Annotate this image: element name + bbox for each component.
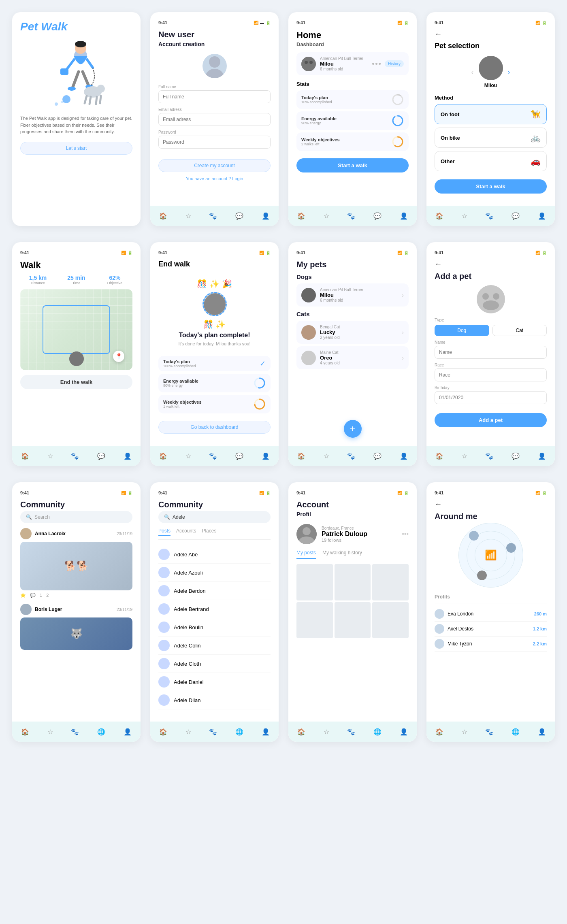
result-2[interactable]: Adele Berdon bbox=[158, 582, 271, 600]
nav-chat-icon[interactable]: 💬 bbox=[512, 212, 520, 220]
result-1[interactable]: Adele Azouli bbox=[158, 564, 271, 582]
nav-chat-icon[interactable]: 💬 bbox=[373, 212, 382, 220]
nav-community-icon[interactable]: 🌐 bbox=[235, 728, 243, 736]
pet-birthday-input[interactable] bbox=[435, 391, 547, 404]
result-0[interactable]: Adele Abe bbox=[158, 545, 271, 564]
nav-paw-icon[interactable]: 🐾 bbox=[209, 212, 217, 220]
nav-chat-icon[interactable]: 💬 bbox=[97, 452, 105, 460]
star-icon[interactable]: ⭐ bbox=[20, 593, 26, 598]
back-arrow-icon[interactable]: ← bbox=[435, 260, 547, 268]
nav-paw-icon[interactable]: 🐾 bbox=[347, 728, 355, 736]
create-account-button[interactable]: Create my account bbox=[158, 159, 271, 172]
nav-star-icon[interactable]: ☆ bbox=[47, 728, 53, 736]
nav-paw-icon[interactable]: 🐾 bbox=[209, 728, 217, 736]
nav-paw-icon[interactable]: 🐾 bbox=[485, 728, 493, 736]
go-back-dashboard-button[interactable]: Go back to dashboard bbox=[158, 421, 271, 434]
nav-user-icon[interactable]: 👤 bbox=[538, 452, 546, 460]
search-value[interactable]: Adele bbox=[173, 514, 185, 520]
nav-paw-icon[interactable]: 🐾 bbox=[485, 452, 493, 460]
nav-home-icon[interactable]: 🏠 bbox=[297, 212, 305, 220]
nav-paw-icon[interactable]: 🐾 bbox=[347, 452, 355, 460]
nav-paw-icon[interactable]: 🐾 bbox=[71, 452, 79, 460]
nav-chat-icon[interactable]: 💬 bbox=[373, 452, 382, 460]
next-pet-button[interactable]: › bbox=[508, 68, 510, 77]
tab-walking-history[interactable]: My walking history bbox=[322, 550, 362, 559]
nav-star-icon[interactable]: ☆ bbox=[462, 452, 467, 460]
nav-chat-icon[interactable]: 💬 bbox=[235, 452, 243, 460]
nav-user-icon[interactable]: 👤 bbox=[400, 212, 408, 220]
nav-home-icon[interactable]: 🏠 bbox=[435, 728, 443, 736]
nav-chat-icon[interactable]: 💬 bbox=[512, 452, 520, 460]
method-on-bike[interactable]: On bike 🚲 bbox=[435, 128, 547, 148]
tab-my-posts[interactable]: My posts bbox=[296, 550, 316, 559]
email-input[interactable] bbox=[158, 113, 271, 126]
result-6[interactable]: Adele Cloth bbox=[158, 655, 271, 673]
add-pet-submit-button[interactable]: Add a pet bbox=[435, 413, 547, 427]
nav-chat-icon[interactable]: 💬 bbox=[235, 212, 243, 220]
start-walk-button[interactable]: Start a walk bbox=[435, 179, 547, 194]
nav-star-icon[interactable]: ☆ bbox=[462, 728, 467, 736]
pet-menu[interactable] bbox=[372, 63, 381, 65]
cat-oreo-item[interactable]: Maine Cat Oreo 4 years old › bbox=[296, 346, 409, 369]
dog-milou-item[interactable]: American Pit Bull Terrier Milou 6 months… bbox=[296, 283, 409, 307]
search-bar-filled[interactable]: 🔍 Adele bbox=[158, 511, 271, 523]
nav-home-icon[interactable]: 🏠 bbox=[297, 728, 305, 736]
prev-pet-button[interactable]: ‹ bbox=[471, 68, 474, 77]
back-arrow-icon[interactable]: ← bbox=[435, 500, 547, 509]
result-4[interactable]: Adele Boulin bbox=[158, 618, 271, 637]
nav-user-icon[interactable]: 👤 bbox=[538, 212, 546, 220]
result-8[interactable]: Adele Dilan bbox=[158, 691, 271, 709]
profile-menu-icon[interactable]: ••• bbox=[402, 530, 409, 538]
login-link[interactable]: Login bbox=[232, 176, 243, 181]
full-name-input[interactable] bbox=[158, 90, 271, 103]
nav-paw-icon[interactable]: 🐾 bbox=[485, 212, 493, 220]
back-arrow-icon[interactable]: ← bbox=[435, 30, 547, 38]
nav-paw-icon[interactable]: 🐾 bbox=[347, 212, 355, 220]
pet-race-input[interactable] bbox=[435, 368, 547, 381]
result-3[interactable]: Adele Bertrand bbox=[158, 600, 271, 618]
add-pet-fab-button[interactable]: + bbox=[344, 420, 362, 438]
cat-toggle-button[interactable]: Cat bbox=[492, 325, 547, 336]
dog-toggle-button[interactable]: Dog bbox=[435, 325, 489, 336]
nav-star-icon[interactable]: ☆ bbox=[324, 452, 329, 460]
result-7[interactable]: Adele Daniel bbox=[158, 673, 271, 691]
comment-icon[interactable]: 💬 bbox=[30, 593, 36, 598]
nav-user-icon[interactable]: 👤 bbox=[538, 728, 546, 736]
nav-community-icon[interactable]: 🌐 bbox=[512, 728, 520, 736]
pet-tag[interactable]: History bbox=[385, 60, 404, 67]
nav-star-icon[interactable]: ☆ bbox=[462, 212, 467, 220]
nav-community-icon[interactable]: 🌐 bbox=[97, 728, 105, 736]
nav-paw-icon[interactable]: 🐾 bbox=[71, 728, 79, 736]
nav-home-icon[interactable]: 🏠 bbox=[297, 452, 305, 460]
nav-home-icon[interactable]: 🏠 bbox=[159, 728, 167, 736]
nav-home-icon[interactable]: 🏠 bbox=[21, 728, 29, 736]
end-walk-button[interactable]: End the walk bbox=[20, 375, 132, 389]
nav-home-icon[interactable]: 🏠 bbox=[159, 452, 167, 460]
nav-user-icon[interactable]: 👤 bbox=[400, 728, 408, 736]
nav-star-icon[interactable]: ☆ bbox=[185, 212, 191, 220]
nav-home-icon[interactable]: 🏠 bbox=[435, 212, 443, 220]
method-other[interactable]: Other 🚗 bbox=[435, 151, 547, 171]
nav-user-icon[interactable]: 👤 bbox=[124, 728, 132, 736]
nav-user-icon[interactable]: 👤 bbox=[400, 452, 408, 460]
nav-user-icon[interactable]: 👤 bbox=[262, 212, 270, 220]
lets-start-button[interactable]: Let's start bbox=[20, 142, 132, 155]
nav-user-icon[interactable]: 👤 bbox=[124, 452, 132, 460]
nav-paw-icon[interactable]: 🐾 bbox=[209, 452, 217, 460]
nav-user-icon[interactable]: 👤 bbox=[262, 452, 270, 460]
nav-home-icon[interactable]: 🏠 bbox=[159, 212, 167, 220]
nav-star-icon[interactable]: ☆ bbox=[324, 212, 329, 220]
method-on-foot[interactable]: On foot 🦮 bbox=[435, 104, 547, 124]
tab-posts[interactable]: Posts bbox=[158, 528, 171, 536]
nav-star-icon[interactable]: ☆ bbox=[185, 452, 191, 460]
cat-lucky-item[interactable]: Bengal Cat Lucky 2 years old › bbox=[296, 321, 409, 344]
pet-card[interactable]: American Pit Bull Terrier Milou 6 months… bbox=[296, 52, 409, 75]
nav-home-icon[interactable]: 🏠 bbox=[435, 452, 443, 460]
nav-user-icon[interactable]: 👤 bbox=[262, 728, 270, 736]
nav-home-icon[interactable]: 🏠 bbox=[21, 452, 29, 460]
password-input[interactable] bbox=[158, 136, 271, 149]
result-5[interactable]: Adele Colin bbox=[158, 637, 271, 655]
nav-star-icon[interactable]: ☆ bbox=[324, 728, 329, 736]
tab-accounts[interactable]: Accounts bbox=[176, 528, 196, 536]
nav-star-icon[interactable]: ☆ bbox=[185, 728, 191, 736]
